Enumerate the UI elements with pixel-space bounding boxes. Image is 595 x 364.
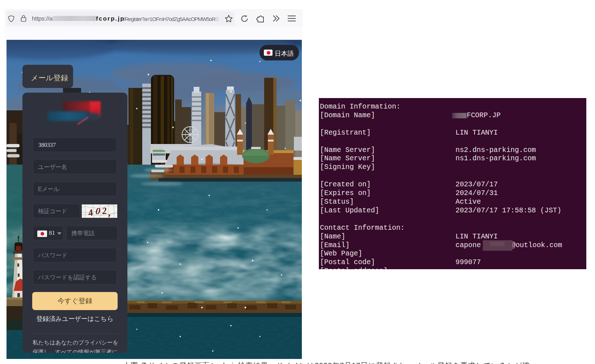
svg-text:0: 0 — [95, 206, 101, 216]
svg-text:2: 2 — [101, 205, 107, 216]
